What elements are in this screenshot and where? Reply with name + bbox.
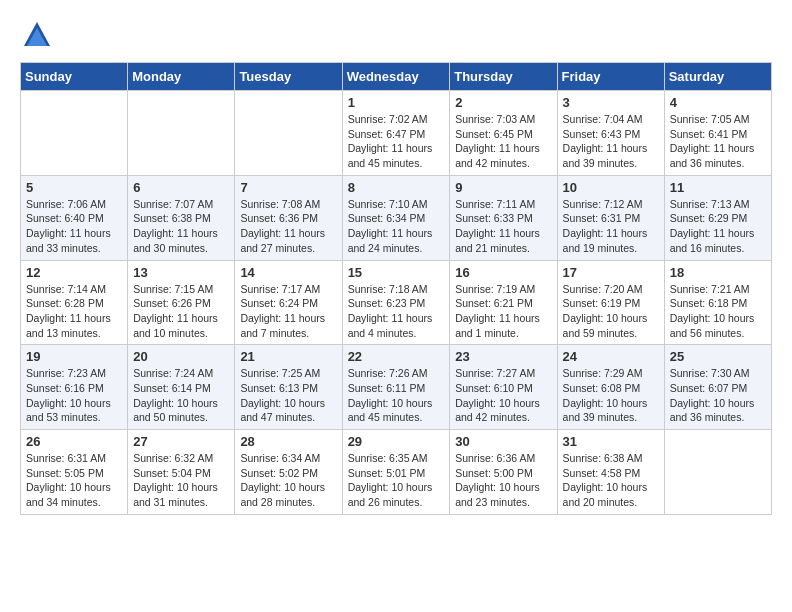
day-info: Sunrise: 7:04 AM Sunset: 6:43 PM Dayligh… [563, 112, 659, 171]
day-number: 10 [563, 180, 659, 195]
calendar-week-row: 1Sunrise: 7:02 AM Sunset: 6:47 PM Daylig… [21, 91, 772, 176]
calendar-header-row: SundayMondayTuesdayWednesdayThursdayFrid… [21, 63, 772, 91]
day-info: Sunrise: 7:24 AM Sunset: 6:14 PM Dayligh… [133, 366, 229, 425]
calendar-cell: 18Sunrise: 7:21 AM Sunset: 6:18 PM Dayli… [664, 260, 771, 345]
calendar-header-monday: Monday [128, 63, 235, 91]
logo [20, 20, 52, 46]
calendar-cell: 2Sunrise: 7:03 AM Sunset: 6:45 PM Daylig… [450, 91, 557, 176]
day-number: 7 [240, 180, 336, 195]
day-number: 9 [455, 180, 551, 195]
day-info: Sunrise: 7:05 AM Sunset: 6:41 PM Dayligh… [670, 112, 766, 171]
day-info: Sunrise: 7:20 AM Sunset: 6:19 PM Dayligh… [563, 282, 659, 341]
calendar-cell: 22Sunrise: 7:26 AM Sunset: 6:11 PM Dayli… [342, 345, 450, 430]
day-info: Sunrise: 7:27 AM Sunset: 6:10 PM Dayligh… [455, 366, 551, 425]
day-number: 28 [240, 434, 336, 449]
calendar-cell [128, 91, 235, 176]
calendar-cell: 12Sunrise: 7:14 AM Sunset: 6:28 PM Dayli… [21, 260, 128, 345]
day-number: 6 [133, 180, 229, 195]
day-info: Sunrise: 7:06 AM Sunset: 6:40 PM Dayligh… [26, 197, 122, 256]
day-number: 31 [563, 434, 659, 449]
day-number: 8 [348, 180, 445, 195]
day-info: Sunrise: 6:36 AM Sunset: 5:00 PM Dayligh… [455, 451, 551, 510]
day-number: 11 [670, 180, 766, 195]
calendar-header-thursday: Thursday [450, 63, 557, 91]
calendar-cell: 28Sunrise: 6:34 AM Sunset: 5:02 PM Dayli… [235, 430, 342, 515]
day-number: 15 [348, 265, 445, 280]
calendar-cell: 20Sunrise: 7:24 AM Sunset: 6:14 PM Dayli… [128, 345, 235, 430]
day-info: Sunrise: 6:32 AM Sunset: 5:04 PM Dayligh… [133, 451, 229, 510]
day-info: Sunrise: 7:12 AM Sunset: 6:31 PM Dayligh… [563, 197, 659, 256]
day-info: Sunrise: 7:02 AM Sunset: 6:47 PM Dayligh… [348, 112, 445, 171]
calendar-week-row: 19Sunrise: 7:23 AM Sunset: 6:16 PM Dayli… [21, 345, 772, 430]
day-number: 29 [348, 434, 445, 449]
calendar-cell: 21Sunrise: 7:25 AM Sunset: 6:13 PM Dayli… [235, 345, 342, 430]
calendar-cell: 10Sunrise: 7:12 AM Sunset: 6:31 PM Dayli… [557, 175, 664, 260]
calendar-header-friday: Friday [557, 63, 664, 91]
day-info: Sunrise: 6:38 AM Sunset: 4:58 PM Dayligh… [563, 451, 659, 510]
calendar-cell: 15Sunrise: 7:18 AM Sunset: 6:23 PM Dayli… [342, 260, 450, 345]
calendar-cell: 13Sunrise: 7:15 AM Sunset: 6:26 PM Dayli… [128, 260, 235, 345]
day-info: Sunrise: 7:30 AM Sunset: 6:07 PM Dayligh… [670, 366, 766, 425]
calendar-header-wednesday: Wednesday [342, 63, 450, 91]
day-number: 17 [563, 265, 659, 280]
calendar-cell: 24Sunrise: 7:29 AM Sunset: 6:08 PM Dayli… [557, 345, 664, 430]
day-number: 20 [133, 349, 229, 364]
day-info: Sunrise: 7:15 AM Sunset: 6:26 PM Dayligh… [133, 282, 229, 341]
calendar-cell: 5Sunrise: 7:06 AM Sunset: 6:40 PM Daylig… [21, 175, 128, 260]
calendar-cell: 29Sunrise: 6:35 AM Sunset: 5:01 PM Dayli… [342, 430, 450, 515]
calendar-cell [235, 91, 342, 176]
day-number: 18 [670, 265, 766, 280]
calendar-cell: 11Sunrise: 7:13 AM Sunset: 6:29 PM Dayli… [664, 175, 771, 260]
calendar-table: SundayMondayTuesdayWednesdayThursdayFrid… [20, 62, 772, 515]
day-number: 3 [563, 95, 659, 110]
day-number: 19 [26, 349, 122, 364]
day-info: Sunrise: 7:26 AM Sunset: 6:11 PM Dayligh… [348, 366, 445, 425]
calendar-cell: 26Sunrise: 6:31 AM Sunset: 5:05 PM Dayli… [21, 430, 128, 515]
calendar-cell: 25Sunrise: 7:30 AM Sunset: 6:07 PM Dayli… [664, 345, 771, 430]
day-info: Sunrise: 7:29 AM Sunset: 6:08 PM Dayligh… [563, 366, 659, 425]
day-number: 24 [563, 349, 659, 364]
day-info: Sunrise: 6:35 AM Sunset: 5:01 PM Dayligh… [348, 451, 445, 510]
calendar-cell [21, 91, 128, 176]
calendar-cell: 23Sunrise: 7:27 AM Sunset: 6:10 PM Dayli… [450, 345, 557, 430]
calendar-cell: 27Sunrise: 6:32 AM Sunset: 5:04 PM Dayli… [128, 430, 235, 515]
day-number: 22 [348, 349, 445, 364]
day-number: 21 [240, 349, 336, 364]
calendar-cell: 17Sunrise: 7:20 AM Sunset: 6:19 PM Dayli… [557, 260, 664, 345]
day-info: Sunrise: 7:21 AM Sunset: 6:18 PM Dayligh… [670, 282, 766, 341]
calendar-cell: 6Sunrise: 7:07 AM Sunset: 6:38 PM Daylig… [128, 175, 235, 260]
day-info: Sunrise: 7:17 AM Sunset: 6:24 PM Dayligh… [240, 282, 336, 341]
day-number: 23 [455, 349, 551, 364]
day-info: Sunrise: 6:34 AM Sunset: 5:02 PM Dayligh… [240, 451, 336, 510]
calendar-header-saturday: Saturday [664, 63, 771, 91]
calendar-cell: 31Sunrise: 6:38 AM Sunset: 4:58 PM Dayli… [557, 430, 664, 515]
calendar-cell: 7Sunrise: 7:08 AM Sunset: 6:36 PM Daylig… [235, 175, 342, 260]
day-info: Sunrise: 7:23 AM Sunset: 6:16 PM Dayligh… [26, 366, 122, 425]
day-number: 1 [348, 95, 445, 110]
day-number: 26 [26, 434, 122, 449]
calendar-header-sunday: Sunday [21, 63, 128, 91]
calendar-cell: 19Sunrise: 7:23 AM Sunset: 6:16 PM Dayli… [21, 345, 128, 430]
calendar-cell: 1Sunrise: 7:02 AM Sunset: 6:47 PM Daylig… [342, 91, 450, 176]
calendar-cell: 16Sunrise: 7:19 AM Sunset: 6:21 PM Dayli… [450, 260, 557, 345]
day-number: 27 [133, 434, 229, 449]
day-info: Sunrise: 7:08 AM Sunset: 6:36 PM Dayligh… [240, 197, 336, 256]
calendar-cell: 4Sunrise: 7:05 AM Sunset: 6:41 PM Daylig… [664, 91, 771, 176]
calendar-header-tuesday: Tuesday [235, 63, 342, 91]
day-number: 30 [455, 434, 551, 449]
day-number: 13 [133, 265, 229, 280]
day-number: 5 [26, 180, 122, 195]
calendar-cell: 14Sunrise: 7:17 AM Sunset: 6:24 PM Dayli… [235, 260, 342, 345]
day-info: Sunrise: 7:14 AM Sunset: 6:28 PM Dayligh… [26, 282, 122, 341]
day-info: Sunrise: 7:03 AM Sunset: 6:45 PM Dayligh… [455, 112, 551, 171]
day-number: 25 [670, 349, 766, 364]
day-info: Sunrise: 7:25 AM Sunset: 6:13 PM Dayligh… [240, 366, 336, 425]
calendar-week-row: 26Sunrise: 6:31 AM Sunset: 5:05 PM Dayli… [21, 430, 772, 515]
day-number: 2 [455, 95, 551, 110]
day-info: Sunrise: 7:11 AM Sunset: 6:33 PM Dayligh… [455, 197, 551, 256]
day-info: Sunrise: 7:13 AM Sunset: 6:29 PM Dayligh… [670, 197, 766, 256]
logo-icon [22, 20, 52, 50]
day-number: 12 [26, 265, 122, 280]
calendar-cell [664, 430, 771, 515]
day-info: Sunrise: 7:07 AM Sunset: 6:38 PM Dayligh… [133, 197, 229, 256]
